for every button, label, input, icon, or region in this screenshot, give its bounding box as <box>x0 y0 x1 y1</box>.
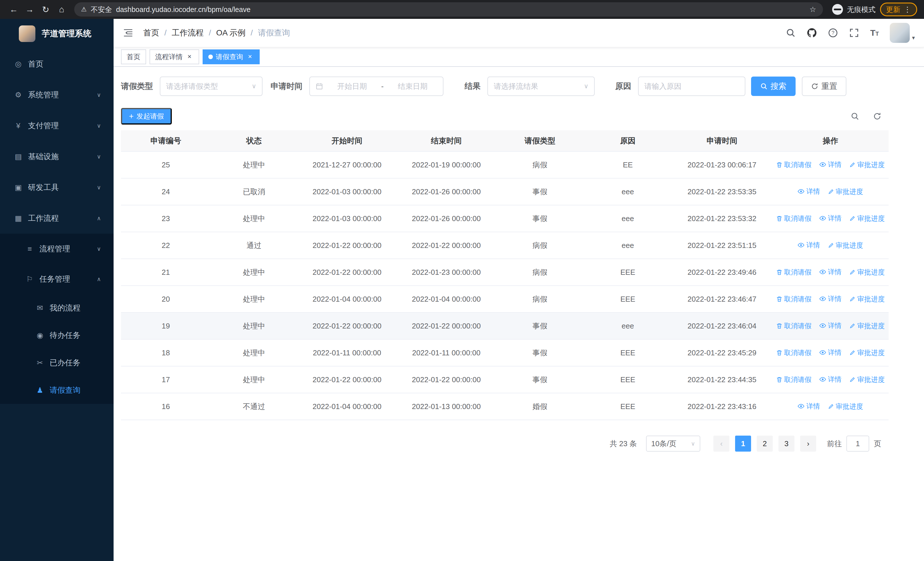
page-button-3[interactable]: 3 <box>778 436 795 451</box>
cell-reason: eee <box>584 313 672 339</box>
avatar[interactable] <box>890 23 910 43</box>
end-date-placeholder[interactable]: 结束日期 <box>388 81 437 92</box>
browser-update-button[interactable]: 更新 ⋮ <box>880 3 917 16</box>
prev-page-button[interactable]: ‹ <box>713 436 729 451</box>
detail-link[interactable]: 详情 <box>798 187 820 196</box>
detail-link[interactable]: 详情 <box>819 375 842 384</box>
toggle-search-icon[interactable] <box>850 112 860 121</box>
close-icon[interactable]: × <box>246 53 254 61</box>
approval-progress-link[interactable]: 审批进度 <box>828 187 863 196</box>
sidebar-item-system[interactable]: ⚙ 系统管理 ∨ <box>0 80 114 110</box>
approval-progress-link[interactable]: 审批进度 <box>849 295 885 304</box>
font-size-icon[interactable]: TT <box>870 28 879 38</box>
close-icon[interactable]: × <box>186 53 194 61</box>
apply-time-range-picker[interactable]: 开始日期 - 结束日期 <box>309 77 444 96</box>
approval-progress-link[interactable]: 审批进度 <box>828 241 863 250</box>
cancel-leave-link[interactable]: 取消请假 <box>776 214 812 223</box>
create-leave-button[interactable]: + 发起请假 <box>121 108 172 125</box>
cancel-leave-link[interactable]: 取消请假 <box>776 375 812 384</box>
breadcrumb-workflow[interactable]: 工作流程 <box>172 27 204 38</box>
start-date-placeholder[interactable]: 开始日期 <box>328 81 376 92</box>
cell-operations: 取消请假 详情 审批进度 <box>772 205 889 232</box>
sidebar-item-payment[interactable]: ¥ 支付管理 ∨ <box>0 110 114 141</box>
approval-progress-link[interactable]: 审批进度 <box>849 214 885 223</box>
approval-progress-link[interactable]: 审批进度 <box>849 268 885 277</box>
list-icon: ≡ <box>25 245 34 253</box>
table-row: 24 已取消 2022-01-03 00:00:00 2022-01-26 00… <box>121 178 889 205</box>
cell-apply-time: 2022-01-23 00:06:17 <box>672 151 772 178</box>
leave-type-select[interactable]: 请选择请假类型 ∨ <box>160 77 262 96</box>
cancel-leave-link[interactable]: 取消请假 <box>776 321 812 331</box>
collapse-sidebar-icon[interactable] <box>123 27 135 39</box>
next-page-button[interactable]: › <box>800 436 816 451</box>
cancel-leave-link[interactable]: 取消请假 <box>776 295 812 304</box>
page-size-select[interactable]: 10条/页 ∨ <box>646 436 700 451</box>
page-button-1[interactable]: 1 <box>735 436 751 451</box>
table-row: 21 处理中 2022-01-22 00:00:00 2022-01-23 00… <box>121 259 889 286</box>
cancel-leave-link[interactable]: 取消请假 <box>776 268 812 277</box>
approval-progress-link[interactable]: 审批进度 <box>849 348 885 357</box>
fullscreen-icon[interactable] <box>849 28 859 38</box>
bookmark-star-icon[interactable]: ☆ <box>810 5 816 14</box>
detail-link[interactable]: 详情 <box>819 294 842 303</box>
tab-leave-query[interactable]: 请假查询 × <box>202 50 260 64</box>
breadcrumb-oa-example[interactable]: OA 示例 <box>216 27 246 38</box>
table-row: 25 处理中 2021-12-27 00:00:00 2022-01-19 00… <box>121 151 889 178</box>
cell-leave-type: 病假 <box>496 232 584 259</box>
sidebar: 芋道管理系统 ◎ 首页 ⚙ 系统管理 ∨ ¥ 支付管理 ∨ ▤ <box>0 19 114 561</box>
sidebar-item-leave-query[interactable]: ♟ 请假查询 <box>0 376 114 404</box>
help-icon[interactable]: ? <box>828 28 838 38</box>
detail-link[interactable]: 详情 <box>798 241 820 250</box>
range-separator: - <box>381 82 384 91</box>
sidebar-item-home[interactable]: ◎ 首页 <box>0 48 114 80</box>
back-icon[interactable]: ← <box>6 2 22 17</box>
sidebar-item-my-process[interactable]: ✉ 我的流程 <box>0 294 114 322</box>
reset-button[interactable]: 重置 <box>802 77 846 96</box>
forward-icon[interactable]: → <box>22 2 38 17</box>
search-icon[interactable] <box>786 28 796 38</box>
detail-link[interactable]: 详情 <box>819 267 842 277</box>
approval-progress-link[interactable]: 审批进度 <box>828 402 863 411</box>
reason-input[interactable] <box>638 77 746 96</box>
gear-icon: ⚙ <box>14 90 23 99</box>
goto-page-input[interactable] <box>846 436 869 451</box>
reload-icon[interactable]: ↻ <box>38 2 54 17</box>
tab-home[interactable]: 首页 <box>121 50 146 64</box>
tab-process-detail[interactable]: 流程详情 × <box>150 50 199 64</box>
col-operations: 操作 <box>772 130 889 151</box>
approval-progress-link[interactable]: 审批进度 <box>849 321 885 331</box>
home-icon[interactable]: ⌂ <box>54 2 70 17</box>
user-menu[interactable]: ▾ <box>890 23 915 43</box>
table-row: 17 处理中 2022-01-22 00:00:00 2022-01-22 00… <box>121 366 889 393</box>
cell-apply-id: 18 <box>121 339 211 366</box>
sidebar-item-todo-tasks[interactable]: ◉ 待办任务 <box>0 322 114 349</box>
result-select[interactable]: 请选择流结果 ∨ <box>488 77 595 96</box>
approval-progress-link[interactable]: 审批进度 <box>849 160 885 169</box>
page-button-2[interactable]: 2 <box>757 436 773 451</box>
security-label[interactable]: 不安全 <box>91 5 112 14</box>
avatar-caret-icon: ▾ <box>912 34 915 43</box>
approval-progress-link[interactable]: 审批进度 <box>849 375 885 384</box>
detail-link[interactable]: 详情 <box>819 214 842 223</box>
sidebar-item-process-management[interactable]: ≡ 流程管理 ∨ <box>0 234 114 264</box>
browser-menu-icon[interactable]: ⋮ <box>904 5 911 14</box>
leave-table: 申请编号 状态 开始时间 结束时间 请假类型 原因 申请时间 操作 <box>121 130 889 420</box>
cancel-leave-link[interactable]: 取消请假 <box>776 160 812 169</box>
sidebar-item-devtools[interactable]: ▣ 研发工具 ∨ <box>0 172 114 203</box>
address-bar[interactable]: ⚠ 不安全 dashboard.yudao.iocoder.cn/bpm/oa/… <box>74 2 823 17</box>
calendar-icon <box>316 83 323 90</box>
sidebar-item-task-management[interactable]: ⚐ 任务管理 ∧ <box>0 264 114 294</box>
github-icon[interactable] <box>807 28 817 38</box>
sidebar-item-workflow[interactable]: ▦ 工作流程 ∧ <box>0 203 114 234</box>
search-button[interactable]: 搜索 <box>751 77 796 96</box>
refresh-icon[interactable] <box>873 112 882 121</box>
detail-link[interactable]: 详情 <box>819 321 842 330</box>
detail-link[interactable]: 详情 <box>819 348 842 357</box>
sidebar-item-infrastructure[interactable]: ▤ 基础设施 ∨ <box>0 141 114 172</box>
sidebar-item-done-tasks[interactable]: ✂ 已办任务 <box>0 349 114 376</box>
cancel-leave-link[interactable]: 取消请假 <box>776 348 812 357</box>
breadcrumb-home[interactable]: 首页 <box>143 27 159 38</box>
app-logo[interactable]: 芋道管理系统 <box>0 19 114 48</box>
detail-link[interactable]: 详情 <box>819 160 842 169</box>
detail-link[interactable]: 详情 <box>798 402 820 411</box>
